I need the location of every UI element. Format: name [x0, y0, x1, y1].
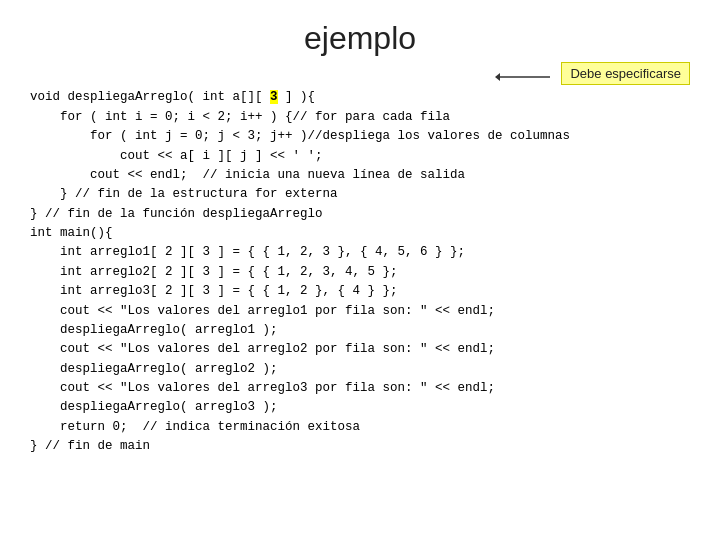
- code-line-8: int main(){: [30, 226, 113, 240]
- code-block: void despliega​Arreglo( int a[][ 3 ] ){ …: [30, 69, 690, 476]
- code-line-15: despliega​Arreglo( arreglo2 );: [30, 362, 278, 376]
- code-line-6: } // fin de la estructura for externa: [30, 187, 338, 201]
- code-line-5: cout << endl; // inicia una nueva línea …: [30, 168, 465, 182]
- code-line-3: for ( int j = 0; j < 3; j++ )//despliega…: [30, 129, 570, 143]
- code-line-18: return 0; // indica terminación exitosa: [30, 420, 360, 434]
- code-line-11: int arreglo3[ 2 ][ 3 ] = { { 1, 2 }, { 4…: [30, 284, 398, 298]
- page-title: ejemplo: [30, 20, 690, 57]
- annotation-box: Debe especificarse: [561, 62, 690, 85]
- code-line-7: } // fin de la función despliega​Arreglo: [30, 207, 323, 221]
- code-line-2: for ( int i = 0; i < 2; i++ ) {// for pa…: [30, 110, 450, 124]
- code-line-17: despliega​Arreglo( arreglo3 );: [30, 400, 278, 414]
- code-line-14: cout << "Los valores del arreglo2 por fi…: [30, 342, 495, 356]
- code-line-4: cout << a[ i ][ j ] << ' ';: [30, 149, 323, 163]
- arrow-icon: [495, 68, 555, 86]
- code-line-9: int arreglo1[ 2 ][ 3 ] = { { 1, 2, 3 }, …: [30, 245, 465, 259]
- code-line-12: cout << "Los valores del arreglo1 por fi…: [30, 304, 495, 318]
- code-line-10: int arreglo2[ 2 ][ 3 ] = { { 1, 2, 3, 4,…: [30, 265, 398, 279]
- page: ejemplo Debe especificarse void desplieg…: [0, 0, 720, 540]
- code-line-19: } // fin de main: [30, 439, 150, 453]
- annotation-label: Debe especificarse: [570, 66, 681, 81]
- code-line-1: void despliega​Arreglo( int a[][ 3 ] ){: [30, 90, 315, 104]
- svg-marker-1: [495, 73, 500, 81]
- code-line-13: despliega​Arreglo( arreglo1 );: [30, 323, 278, 337]
- code-line-16: cout << "Los valores del arreglo3 por fi…: [30, 381, 495, 395]
